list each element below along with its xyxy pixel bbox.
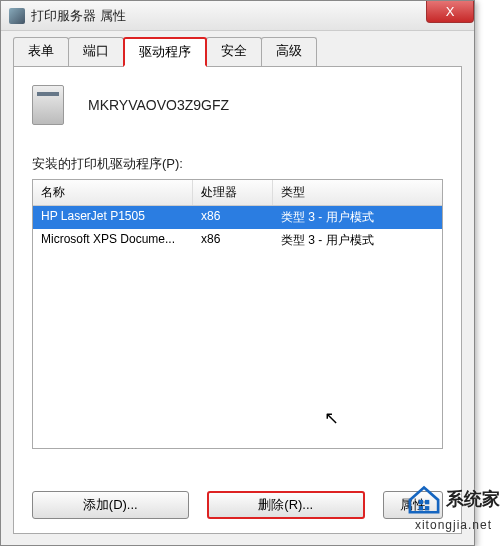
driver-listview[interactable]: 名称 处理器 类型 HP LaserJet P1505 x86 类型 3 - 用… [32, 179, 443, 449]
svg-rect-2 [419, 506, 423, 510]
titlebar[interactable]: 打印服务器 属性 X [1, 1, 474, 31]
col-name[interactable]: 名称 [33, 180, 193, 205]
close-icon: X [446, 4, 455, 19]
cell-type: 类型 3 - 用户模式 [273, 229, 442, 252]
watermark-url: xitongjia.net [415, 518, 492, 532]
server-info: MKRYVAOVO3Z9GFZ [32, 85, 443, 125]
tab-ports[interactable]: 端口 [68, 37, 124, 66]
window-title: 打印服务器 属性 [31, 7, 126, 25]
table-row[interactable]: HP LaserJet P1505 x86 类型 3 - 用户模式 [33, 206, 442, 229]
tab-strip: 表单 端口 驱动程序 安全 高级 [1, 31, 474, 66]
watermark: 系统家 [406, 484, 500, 514]
watermark-brand: 系统家 [446, 487, 500, 511]
remove-button[interactable]: 删除(R)... [207, 491, 366, 519]
server-name: MKRYVAOVO3Z9GFZ [88, 97, 229, 113]
cell-name: HP LaserJet P1505 [33, 206, 193, 229]
col-type[interactable]: 类型 [273, 180, 442, 205]
server-icon [32, 85, 64, 125]
cell-proc: x86 [193, 206, 273, 229]
button-row: 添加(D)... 删除(R)... 属性 [32, 491, 443, 519]
printer-icon [9, 8, 25, 24]
svg-rect-0 [419, 500, 423, 504]
tab-forms[interactable]: 表单 [13, 37, 69, 66]
print-server-properties-dialog: 打印服务器 属性 X 表单 端口 驱动程序 安全 高级 MKRYVAOVO3Z9… [0, 0, 475, 546]
svg-rect-1 [425, 500, 429, 504]
driver-list-label: 安装的打印机驱动程序(P): [32, 155, 443, 173]
house-icon [406, 484, 442, 514]
svg-rect-3 [425, 506, 429, 510]
col-processor[interactable]: 处理器 [193, 180, 273, 205]
table-row[interactable]: Microsoft XPS Docume... x86 类型 3 - 用户模式 [33, 229, 442, 252]
tab-security[interactable]: 安全 [206, 37, 262, 66]
add-button[interactable]: 添加(D)... [32, 491, 189, 519]
cell-proc: x86 [193, 229, 273, 252]
tab-drivers[interactable]: 驱动程序 [123, 37, 207, 67]
cell-name: Microsoft XPS Docume... [33, 229, 193, 252]
cell-type: 类型 3 - 用户模式 [273, 206, 442, 229]
listview-header: 名称 处理器 类型 [33, 180, 442, 206]
close-button[interactable]: X [426, 1, 474, 23]
tab-content: MKRYVAOVO3Z9GFZ 安装的打印机驱动程序(P): 名称 处理器 类型… [13, 66, 462, 534]
tab-advanced[interactable]: 高级 [261, 37, 317, 66]
